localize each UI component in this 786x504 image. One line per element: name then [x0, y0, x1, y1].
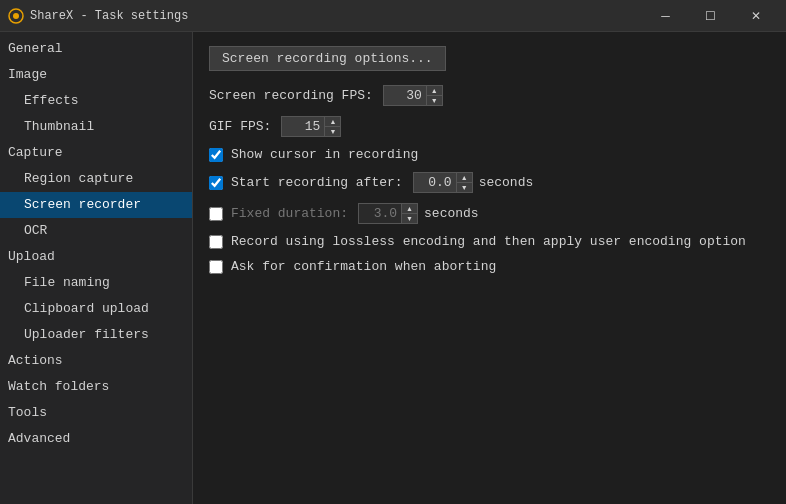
gif-fps-up[interactable]: ▲ [325, 117, 340, 127]
screen-recording-fps-input[interactable] [384, 86, 426, 105]
fixed-duration-input[interactable] [359, 204, 401, 223]
ask-confirm-checkbox[interactable] [209, 260, 223, 274]
start-recording-row: Start recording after: ▲ ▼ seconds [209, 172, 770, 193]
title-bar: ShareX - Task settings ─ ☐ ✕ [0, 0, 786, 32]
screen-recording-fps-spinner[interactable]: ▲ ▼ [383, 85, 443, 106]
screen-recording-options-button[interactable]: Screen recording options... [209, 46, 446, 71]
start-recording-input[interactable] [414, 173, 456, 192]
fixed-duration-seconds: seconds [424, 206, 479, 221]
fixed-duration-row: Fixed duration: ▲ ▼ seconds [209, 203, 770, 224]
fixed-duration-spinner[interactable]: ▲ ▼ [358, 203, 418, 224]
sidebar-item-file-naming[interactable]: File naming [0, 270, 192, 296]
sidebar-item-advanced[interactable]: Advanced [0, 426, 192, 452]
start-recording-label: Start recording after: [231, 175, 403, 190]
gif-fps-down[interactable]: ▼ [325, 127, 340, 136]
sidebar-item-general[interactable]: General [0, 36, 192, 62]
gif-fps-label: GIF FPS: [209, 119, 271, 134]
start-recording-seconds: seconds [479, 175, 534, 190]
screen-recording-fps-label: Screen recording FPS: [209, 88, 373, 103]
minimize-button[interactable]: ─ [643, 0, 688, 32]
svg-point-1 [13, 13, 19, 19]
show-cursor-row[interactable]: Show cursor in recording [209, 147, 770, 162]
lossless-label: Record using lossless encoding and then … [231, 234, 746, 249]
sidebar: General Image Effects Thumbnail Capture … [0, 32, 193, 504]
sidebar-item-image[interactable]: Image [0, 62, 192, 88]
fixed-duration-down[interactable]: ▼ [402, 214, 417, 223]
gif-fps-spinner[interactable]: ▲ ▼ [281, 116, 341, 137]
sidebar-item-effects[interactable]: Effects [0, 88, 192, 114]
window-title: ShareX - Task settings [30, 9, 643, 23]
show-cursor-label: Show cursor in recording [231, 147, 418, 162]
gif-fps-input[interactable] [282, 117, 324, 136]
sidebar-item-ocr[interactable]: OCR [0, 218, 192, 244]
start-recording-up[interactable]: ▲ [457, 173, 472, 183]
screen-recording-options-row: Screen recording options... [209, 46, 770, 71]
gif-fps-row: GIF FPS: ▲ ▼ [209, 116, 770, 137]
sidebar-item-actions[interactable]: Actions [0, 348, 192, 374]
content-area: Screen recording options... Screen recor… [193, 32, 786, 504]
lossless-row[interactable]: Record using lossless encoding and then … [209, 234, 770, 249]
app-icon [8, 8, 24, 24]
fixed-duration-up[interactable]: ▲ [402, 204, 417, 214]
start-recording-arrows: ▲ ▼ [456, 173, 472, 192]
sidebar-item-upload[interactable]: Upload [0, 244, 192, 270]
start-recording-checkbox[interactable] [209, 176, 223, 190]
show-cursor-checkbox[interactable] [209, 148, 223, 162]
sidebar-item-region-capture[interactable]: Region capture [0, 166, 192, 192]
gif-fps-arrows: ▲ ▼ [324, 117, 340, 136]
sidebar-item-watch-folders[interactable]: Watch folders [0, 374, 192, 400]
screen-recording-fps-row: Screen recording FPS: ▲ ▼ [209, 85, 770, 106]
sidebar-item-screen-recorder[interactable]: Screen recorder [0, 192, 192, 218]
window-controls: ─ ☐ ✕ [643, 0, 778, 32]
start-recording-spinner[interactable]: ▲ ▼ [413, 172, 473, 193]
start-recording-down[interactable]: ▼ [457, 183, 472, 192]
lossless-checkbox[interactable] [209, 235, 223, 249]
screen-recording-fps-arrows: ▲ ▼ [426, 86, 442, 105]
screen-recording-fps-down[interactable]: ▼ [427, 96, 442, 105]
close-button[interactable]: ✕ [733, 0, 778, 32]
ask-confirm-label: Ask for confirmation when aborting [231, 259, 496, 274]
sidebar-item-tools[interactable]: Tools [0, 400, 192, 426]
sidebar-item-uploader-filters[interactable]: Uploader filters [0, 322, 192, 348]
fixed-duration-checkbox[interactable] [209, 207, 223, 221]
main-layout: General Image Effects Thumbnail Capture … [0, 32, 786, 504]
ask-confirm-row[interactable]: Ask for confirmation when aborting [209, 259, 770, 274]
fixed-duration-arrows: ▲ ▼ [401, 204, 417, 223]
maximize-button[interactable]: ☐ [688, 0, 733, 32]
screen-recording-fps-up[interactable]: ▲ [427, 86, 442, 96]
sidebar-item-clipboard-upload[interactable]: Clipboard upload [0, 296, 192, 322]
fixed-duration-label: Fixed duration: [231, 206, 348, 221]
sidebar-item-capture[interactable]: Capture [0, 140, 192, 166]
sidebar-item-thumbnail[interactable]: Thumbnail [0, 114, 192, 140]
